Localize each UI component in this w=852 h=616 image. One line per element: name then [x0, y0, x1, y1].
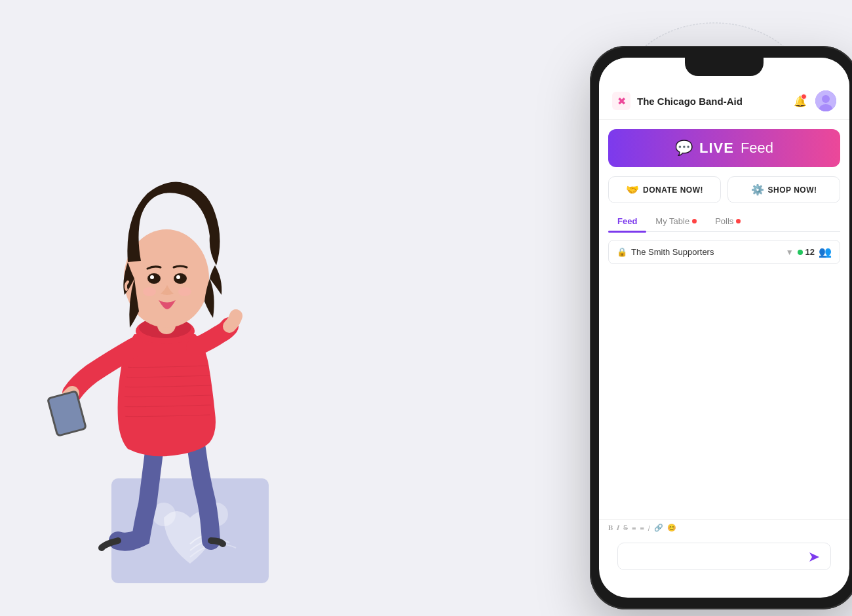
count-number: 12 — [805, 247, 815, 257]
chevron-down-icon: ▼ — [786, 248, 794, 257]
tab-bar: Feed My Table Polls — [608, 211, 840, 232]
feed-content-area — [599, 264, 849, 519]
phone-body: ✖ The Chicago Band-Aid 🔔 — [590, 46, 852, 609]
notification-bell[interactable]: 🔔 — [792, 92, 809, 109]
donate-label: DONATE NOW! — [643, 185, 703, 195]
live-icon: 💬 — [675, 140, 693, 157]
shop-button[interactable]: ⚙️ SHOP NOW! — [727, 176, 840, 203]
user-count: 12 — [798, 247, 815, 257]
scene: ✖ The Chicago Band-Aid 🔔 — [0, 0, 852, 616]
tab-my-table-label: My Table — [655, 216, 689, 226]
bold-icon[interactable]: 𝐁 — [608, 524, 613, 532]
table-selector[interactable]: 🔒 The Smith Supporters ▼ 12 👥 — [608, 240, 840, 264]
chat-input[interactable] — [617, 543, 831, 570]
tab-feed-label: Feed — [617, 216, 637, 226]
svg-point-15 — [143, 287, 156, 296]
users-icon: 👥 — [819, 246, 832, 258]
link-icon[interactable]: / — [648, 524, 650, 532]
svg-point-11 — [147, 273, 161, 284]
app-title: The Chicago Band-Aid — [637, 96, 785, 107]
svg-point-12 — [174, 273, 187, 284]
tab-feed[interactable]: Feed — [608, 211, 646, 231]
tab-polls-label: Polls — [715, 216, 733, 226]
phone-screen: ✖ The Chicago Band-Aid 🔔 — [599, 58, 849, 598]
live-feed-banner: 💬 LIVE Feed — [608, 129, 840, 167]
lock-icon: 🔒 — [617, 247, 627, 257]
ordered-list-icon[interactable]: ≡ — [640, 524, 644, 532]
tab-polls[interactable]: Polls — [706, 211, 750, 231]
live-label: LIVE — [699, 140, 734, 157]
app-logo: ✖ — [612, 92, 630, 110]
svg-point-13 — [150, 275, 154, 279]
tab-my-table[interactable]: My Table — [646, 211, 706, 231]
attachment-icon[interactable]: 🔗 — [654, 524, 663, 532]
polls-dot — [736, 219, 741, 223]
feed-label: Feed — [741, 140, 773, 157]
list-icon[interactable]: ≡ — [632, 524, 636, 532]
online-dot — [798, 250, 803, 255]
donate-button[interactable]: 🤝 DONATE NOW! — [608, 176, 721, 203]
my-table-dot — [692, 219, 697, 223]
send-button[interactable] — [805, 548, 823, 566]
action-buttons: 🤝 DONATE NOW! ⚙️ SHOP NOW! — [608, 176, 840, 203]
shop-icon: ⚙️ — [751, 183, 764, 196]
donate-icon: 🤝 — [626, 183, 639, 196]
svg-point-14 — [176, 275, 180, 279]
shop-label: SHOP NOW! — [768, 185, 817, 195]
svg-point-16 — [178, 287, 191, 296]
svg-point-20 — [822, 95, 830, 103]
emoji-icon[interactable]: 😊 — [667, 524, 676, 532]
chat-toolbar: 𝐁 𝑰 S̶ ≡ ≡ / 🔗 😊 — [599, 519, 849, 536]
table-name: The Smith Supporters — [631, 247, 782, 257]
user-avatar[interactable] — [815, 90, 836, 111]
phone-notch — [685, 58, 764, 76]
italic-icon[interactable]: 𝑰 — [617, 524, 619, 532]
woman-illustration — [33, 85, 360, 596]
svg-text:✖: ✖ — [617, 96, 626, 107]
strikethrough-icon[interactable]: S̶ — [623, 524, 628, 532]
